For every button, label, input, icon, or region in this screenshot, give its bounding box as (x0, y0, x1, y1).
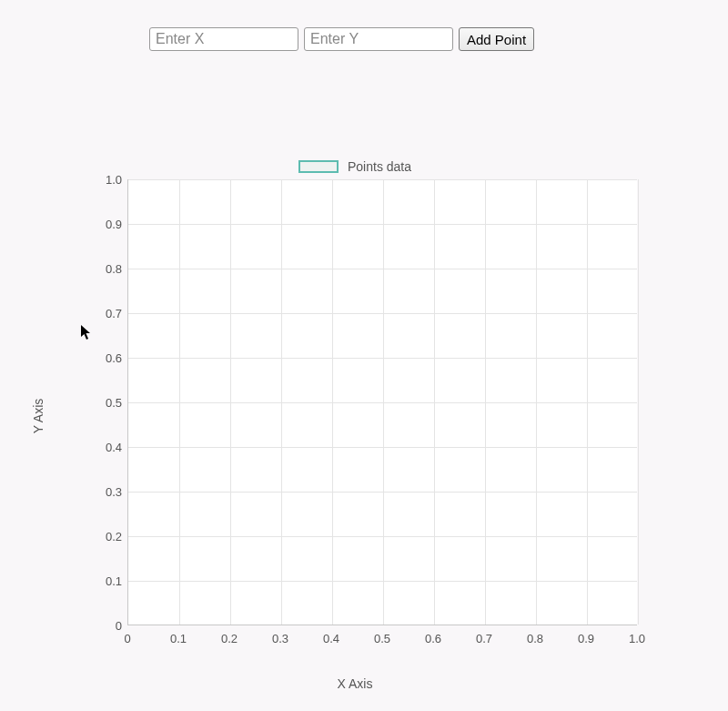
y-tick: 0.5 (100, 396, 122, 410)
grid-line (128, 536, 637, 537)
grid-line (128, 492, 637, 493)
grid-line (128, 402, 637, 403)
input-controls: Add Point (149, 27, 534, 51)
add-point-button[interactable]: Add Point (459, 27, 534, 51)
x-axis-label: X Axis (338, 676, 373, 691)
x-tick: 1.0 (629, 632, 645, 645)
x-tick: 0.5 (374, 632, 390, 645)
grid-line (128, 447, 637, 448)
y-tick: 0.7 (100, 307, 122, 320)
grid-line (128, 313, 637, 314)
plot-container: Y Axis X Axis 00.10.20.30.40.50.60.70.80… (64, 179, 646, 653)
y-tick: 1.0 (100, 173, 122, 187)
x-input[interactable] (149, 27, 298, 51)
x-tick: 0.4 (323, 632, 339, 645)
y-tick: 0 (100, 619, 122, 633)
x-tick: 0.7 (476, 632, 492, 645)
y-tick: 0.2 (100, 530, 122, 543)
chart-legend: Points data (64, 159, 646, 174)
x-tick: 0.1 (170, 632, 187, 645)
y-input[interactable] (304, 27, 453, 51)
y-tick: 0.9 (100, 218, 122, 231)
y-tick: 0.4 (100, 441, 122, 454)
x-tick: 0 (124, 632, 130, 645)
y-tick: 0.1 (100, 574, 122, 588)
y-tick: 0.8 (100, 262, 122, 276)
x-tick: 0.6 (425, 632, 441, 645)
y-axis-label: Y Axis (31, 399, 46, 434)
legend-label: Points data (348, 159, 411, 174)
y-tick: 0.6 (100, 351, 122, 365)
legend-swatch-icon (298, 160, 339, 173)
x-tick: 0.9 (578, 632, 594, 645)
grid-line (128, 358, 637, 359)
chart: Points data Y Axis X Axis 00.10.20.30.40… (64, 159, 646, 653)
plot-area[interactable] (127, 179, 637, 625)
grid-line (128, 179, 637, 180)
x-tick: 0.3 (272, 632, 288, 645)
grid-line (128, 581, 637, 582)
x-tick: 0.2 (221, 632, 238, 645)
y-tick: 0.3 (100, 485, 122, 499)
x-tick: 0.8 (527, 632, 543, 645)
grid-line (638, 179, 639, 625)
grid-line (128, 224, 637, 225)
grid-line (128, 269, 637, 269)
